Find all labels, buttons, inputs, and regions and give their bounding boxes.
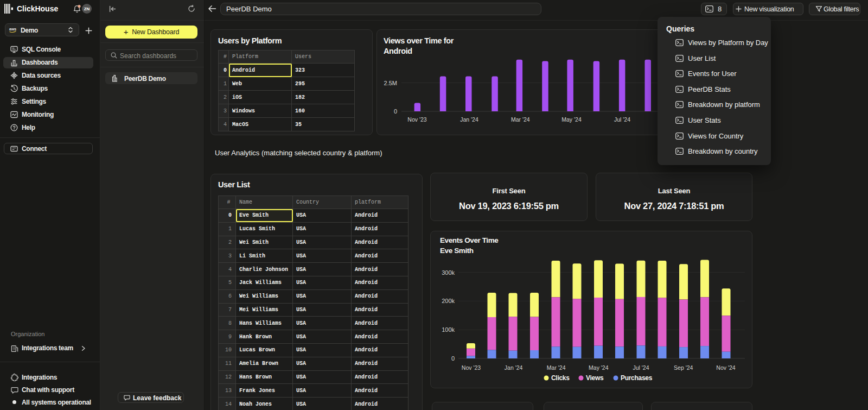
svg-text:200k: 200k xyxy=(442,298,455,304)
svg-text:Jan '24: Jan '24 xyxy=(505,364,523,371)
svg-text:2.5M: 2.5M xyxy=(384,80,397,86)
svg-text:Mar '24: Mar '24 xyxy=(547,364,566,371)
svg-text:Nov '24: Nov '24 xyxy=(716,364,735,371)
svg-text:Nov '23: Nov '23 xyxy=(462,364,481,371)
svg-text:Clicks: Clicks xyxy=(551,374,570,382)
svg-text:Nov '23: Nov '23 xyxy=(407,116,426,123)
svg-text:Jul '24: Jul '24 xyxy=(614,116,630,123)
svg-text:May '24: May '24 xyxy=(561,116,582,123)
svg-text:0: 0 xyxy=(394,108,397,115)
svg-text:aws: aws xyxy=(9,27,16,31)
svg-text:300k: 300k xyxy=(442,269,455,276)
svg-text:Views: Views xyxy=(586,374,604,382)
svg-text:May '24: May '24 xyxy=(589,364,609,371)
svg-text:Purchases: Purchases xyxy=(621,374,653,382)
svg-text:100k: 100k xyxy=(442,326,455,333)
svg-text:0: 0 xyxy=(451,355,455,362)
svg-text:Jul '24: Jul '24 xyxy=(633,364,649,371)
svg-text:Mar '24: Mar '24 xyxy=(511,116,530,123)
svg-text:Sep '24: Sep '24 xyxy=(674,364,693,371)
svg-text:Jan '24: Jan '24 xyxy=(460,116,478,123)
